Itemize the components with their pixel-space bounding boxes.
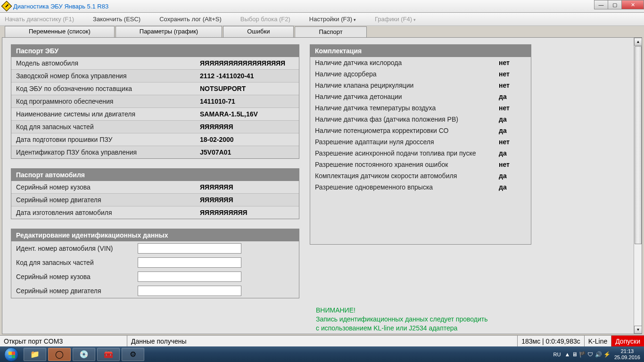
row-value: да	[499, 183, 507, 191]
menu-select-block[interactable]: Выбор блока (F2)	[240, 16, 290, 23]
close-button[interactable]: ✕	[621, 0, 644, 9]
table-row: Дата подготовки прошивки ПЗУ18-02-2000	[11, 133, 299, 146]
scroll-up-button[interactable]: ▲	[634, 38, 642, 46]
panel-header: Паспорт автомобиля	[11, 169, 299, 181]
row-value: нет	[499, 82, 510, 89]
table-row: Дата изготовления автомобиляЯЯЯЯЯЯЯЯЯЯ	[11, 206, 299, 219]
task-app-1[interactable]: ◯	[48, 348, 71, 361]
table-row: Заводской номер блока управления2112 -14…	[11, 69, 299, 82]
text-input[interactable]	[138, 272, 241, 282]
start-button[interactable]	[0, 346, 23, 362]
tab-passport[interactable]: Паспорт	[295, 26, 366, 38]
row-value: нет	[499, 104, 510, 112]
tabbar: Переменные (список) Параметры (график) О…	[0, 26, 644, 37]
field-label: Серийный номер двигателя	[16, 287, 138, 295]
row-label: Наименование системы или двигателя	[16, 110, 200, 118]
status-mode: K-Line	[585, 336, 611, 346]
edit-row: Идент. номер автомобиля (VIN)	[11, 241, 299, 255]
tab-errors[interactable]: Ошибки	[223, 26, 294, 37]
row-value: нет	[499, 138, 510, 146]
row-label: Наличие потенциометра корректировки СО	[315, 127, 499, 134]
panel-car-passport: Паспорт автомобиля Серийный номер кузова…	[11, 168, 299, 219]
panel-ecu-passport: Паспорт ЭБУ Модель автомобиляЯЯЯЯЯЯЯЯЯЯЯ…	[11, 44, 299, 159]
table-row: Идентификатор ПЗУ блока управленияJ5V07A…	[11, 146, 299, 158]
edit-row: Код для запасных частей	[11, 255, 299, 270]
table-row: Разрешение адаптации нуля дросселянет	[310, 136, 531, 148]
row-label: Наличие датчика кислорода	[315, 59, 499, 66]
row-label: Дата изготовления автомобиля	[16, 209, 200, 216]
row-value: ЯЯЯЯЯЯЯЯЯЯ	[200, 209, 248, 216]
row-value: 18-02-2000	[200, 136, 234, 143]
table-row: Наличие клапана рециркуляциинет	[310, 80, 531, 91]
table-row: Модель автомобиляЯЯЯЯЯЯЯЯЯЯЯЯЯЯЯЯЯЯ	[11, 57, 299, 69]
windows-orb-icon	[4, 347, 18, 362]
row-value: 2112 -1411020-41	[200, 72, 254, 80]
app-icon	[1, 1, 12, 12]
text-input[interactable]	[138, 286, 241, 296]
panel-header: Паспорт ЭБУ	[11, 45, 299, 57]
table-row: Наличие датчика температуры воздуханет	[310, 102, 531, 114]
tray-clock[interactable]: 21:13 25.09.2016	[614, 348, 640, 360]
field-label: Серийный номер кузова	[16, 273, 138, 280]
menu-start-diagnostics[interactable]: Начать диагностику (F1)	[5, 16, 74, 23]
scroll-thumb[interactable]	[635, 46, 642, 244]
status-data: Данные получены	[127, 336, 518, 346]
row-value: ЯЯЯЯЯЯЯЯЯЯЯЯЯЯЯЯЯЯ	[200, 59, 285, 67]
table-row: Разрешение постоянного хранения ошибокне…	[310, 159, 531, 170]
menu-end[interactable]: Закончить (ESC)	[93, 16, 140, 23]
panel-header: Комплектация	[310, 45, 531, 57]
table-row: Наличие адсорберанет	[310, 68, 531, 80]
row-value: нет	[499, 59, 510, 66]
row-label: Серийный номер кузова	[16, 183, 200, 191]
task-app-2[interactable]: 💿	[73, 348, 95, 361]
table-row: Наличие датчика детонациида	[310, 91, 531, 102]
task-app-3[interactable]: 🧰	[97, 348, 120, 361]
row-label: Разрешение асинхронной подачи топлива пр…	[315, 149, 499, 157]
row-label: Наличие клапана рециркуляции	[315, 82, 499, 89]
row-label: Наличие датчика фаз (датчика положения Р…	[315, 115, 499, 123]
content-area: Паспорт ЭБУ Модель автомобиляЯЯЯЯЯЯЯЯЯЯЯ…	[2, 37, 642, 334]
tab-variables[interactable]: Переменные (список)	[5, 26, 115, 37]
warning-text: ВНИМАНИЕ! Запись идентификационных данны…	[316, 306, 537, 333]
panel-equipment: Комплектация Наличие датчика кислородане…	[310, 44, 531, 245]
row-value: ЯЯЯЯЯЯЯ	[200, 123, 233, 131]
row-label: Код ЭБУ по обозначению поставщика	[16, 85, 200, 92]
row-label: Код программного обеспечения	[16, 98, 200, 105]
field-label: Код для запасных частей	[16, 259, 138, 266]
row-value: да	[499, 127, 507, 134]
tab-parameters[interactable]: Параметры (график)	[116, 26, 222, 37]
table-row: Разрешение асинхронной подачи топлива пр…	[310, 148, 531, 159]
menubar: Начать диагностику (F1) Закончить (ESC) …	[0, 13, 644, 26]
scroll-down-button[interactable]: ▼	[634, 326, 642, 334]
table-row: Код ЭБУ по обозначению поставщикаNOTSUPP…	[11, 82, 299, 95]
edit-row: Серийный номер кузова	[11, 270, 299, 284]
field-label: Идент. номер автомобиля (VIN)	[16, 245, 138, 252]
table-row: Наличие датчика фаз (датчика положения Р…	[310, 114, 531, 125]
text-input[interactable]	[138, 243, 241, 254]
menu-save-log[interactable]: Сохранить лог (Alt+S)	[159, 16, 222, 23]
row-value: да	[499, 149, 507, 157]
row-label: Разрешение одновременного впрыска	[315, 183, 499, 191]
status-port: Открыт порт COM3	[0, 336, 127, 346]
row-value: 1411010-71	[200, 98, 235, 105]
minimize-button[interactable]: —	[594, 0, 608, 9]
table-row: Наименование системы или двигателяSAMARA…	[11, 107, 299, 120]
menu-charts[interactable]: Графики (F4)	[375, 16, 416, 23]
row-value: J5V07A01	[200, 148, 231, 156]
vertical-scrollbar[interactable]: ▲ ▼	[634, 38, 642, 334]
row-label: Комплектация датчиком скорости автомобил…	[315, 172, 499, 180]
task-explorer[interactable]: 📁	[24, 348, 46, 361]
status-tolerance[interactable]: Допуски	[611, 336, 644, 346]
tray-icons[interactable]: ▲ 🖥 🏴 🛡 🔊 ⚡	[564, 351, 611, 358]
row-value: ЯЯЯЯЯЯЯ	[200, 183, 233, 191]
row-label: Наличие адсорбера	[315, 70, 499, 78]
window-title: Диагностика ЭБУ Январь 5.1 R83	[13, 3, 108, 10]
row-value: да	[499, 93, 507, 100]
task-app-4[interactable]: ⚙	[122, 348, 144, 361]
text-input[interactable]	[138, 257, 241, 268]
menu-settings[interactable]: Настройки (F3)	[309, 16, 356, 23]
tray-language[interactable]: RU	[553, 352, 561, 357]
maximize-button[interactable]: ▢	[608, 0, 622, 9]
row-label: Идентификатор ПЗУ блока управления	[16, 148, 200, 156]
row-label: Наличие датчика температуры воздуха	[315, 104, 499, 112]
